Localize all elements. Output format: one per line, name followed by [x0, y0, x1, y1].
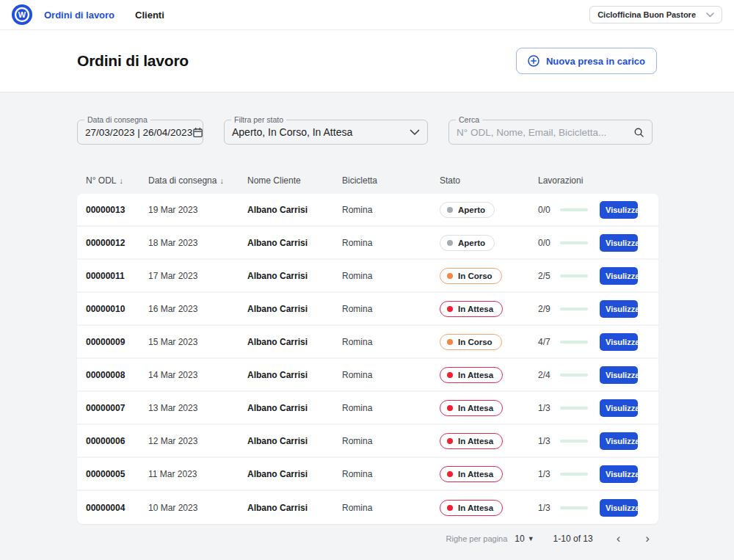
- view-button[interactable]: Visulizza: [600, 432, 638, 450]
- works-cell: 0/0: [538, 238, 600, 248]
- new-intake-button[interactable]: Nuova presa in carico: [516, 48, 657, 74]
- table-header-row: N° ODL ↓ Data di consegna ↓ Nome Cliente…: [77, 175, 658, 186]
- search-input[interactable]: [457, 127, 622, 138]
- top-navigation-bar: W Ordini di lavoro Clienti Ciclofficina …: [0, 0, 734, 30]
- column-header-delivery-date[interactable]: Data di consegna ↓: [148, 175, 247, 186]
- app-logo-icon[interactable]: W: [12, 4, 32, 25]
- works-count: 2/5: [538, 271, 553, 281]
- status-badge: In Attesa: [440, 400, 503, 416]
- delivery-date-field-label: Data di consegna: [84, 115, 150, 124]
- client-name-cell: Albano Carrisi: [247, 469, 342, 479]
- status-badge: Aperto: [440, 202, 495, 218]
- works-count: 2/4: [538, 370, 553, 380]
- status-dot-icon: [447, 207, 453, 213]
- status-cell: In Attesa: [440, 500, 538, 516]
- view-button[interactable]: Visulizza: [600, 201, 638, 219]
- works-cell: 1/3: [538, 403, 600, 413]
- delivery-date-cell: 12 Mar 2023: [148, 436, 247, 446]
- nav-item-clienti[interactable]: Clienti: [135, 10, 164, 21]
- status-cell: Aperto: [440, 235, 538, 251]
- actions-cell: Visulizza: [600, 465, 647, 483]
- client-name-cell: Albano Carrisi: [247, 503, 342, 513]
- search-field[interactable]: Cerca: [448, 120, 653, 145]
- bicycle-cell: Romina: [342, 205, 440, 215]
- search-icon[interactable]: [633, 127, 644, 138]
- odl-number-cell: 00000006: [86, 436, 148, 446]
- rows-per-page-label: Righe per pagina: [446, 534, 508, 543]
- actions-cell: Visulizza: [600, 300, 647, 318]
- bicycle-cell: Romina: [342, 503, 440, 513]
- works-count: 1/3: [538, 503, 553, 513]
- page-header: Ordini di lavoro Nuova presa in carico: [0, 30, 734, 92]
- table-row: 00000012 18 Mar 2023 Albano Carrisi Romi…: [77, 227, 658, 260]
- delivery-date-cell: 10 Mar 2023: [148, 503, 247, 513]
- sort-desc-icon: ↓: [219, 176, 224, 185]
- table-row: 00000004 10 Mar 2023 Albano Carrisi Romi…: [77, 491, 658, 524]
- view-button[interactable]: Visulizza: [600, 234, 638, 252]
- status-dot-icon: [447, 372, 453, 378]
- view-button[interactable]: Visulizza: [600, 267, 638, 285]
- status-badge-label: In Attesa: [458, 305, 493, 313]
- rows-per-page-value: 10: [515, 534, 524, 544]
- svg-text:W: W: [18, 10, 26, 19]
- rows-per-page-select[interactable]: 10 ▼: [515, 534, 534, 544]
- status-badge: In Corso: [440, 334, 502, 350]
- odl-number-cell: 00000005: [86, 469, 148, 479]
- pagination-controls: ‹ ›: [617, 532, 650, 545]
- table-row: 00000013 19 Mar 2023 Albano Carrisi Romi…: [77, 194, 658, 227]
- table-row: 00000006 12 Mar 2023 Albano Carrisi Romi…: [77, 425, 658, 458]
- status-badge: In Attesa: [440, 367, 503, 383]
- delivery-date-range-field[interactable]: Data di consegna 27/03/2023 | 26/04/2023: [77, 120, 203, 145]
- view-button[interactable]: Visulizza: [600, 499, 638, 517]
- view-button[interactable]: Visulizza: [600, 300, 638, 318]
- odl-number-cell: 00000007: [86, 403, 148, 413]
- sort-desc-icon: ↓: [119, 176, 123, 185]
- column-header-odl[interactable]: N° ODL ↓: [86, 175, 148, 186]
- view-button[interactable]: Visulizza: [600, 333, 638, 351]
- workshop-selector[interactable]: Ciclofficina Buon Pastore: [589, 6, 722, 23]
- status-badge: In Corso: [440, 268, 502, 284]
- pagination-range: 1-10 of 13: [553, 534, 593, 544]
- odl-number-cell: 00000004: [86, 503, 148, 513]
- bicycle-cell: Romina: [342, 469, 440, 479]
- status-dot-icon: [447, 339, 453, 345]
- status-cell: In Corso: [440, 268, 538, 284]
- workshop-selector-label: Ciclofficina Buon Pastore: [597, 10, 696, 19]
- calendar-icon[interactable]: [192, 127, 203, 138]
- status-dot-icon: [447, 240, 453, 246]
- table-row: 00000005 11 Mar 2023 Albano Carrisi Romi…: [77, 458, 658, 491]
- odl-number-cell: 00000008: [86, 370, 148, 380]
- bicycle-cell: Romina: [342, 238, 440, 248]
- client-name-cell: Albano Carrisi: [247, 337, 342, 347]
- chevron-down-icon[interactable]: [410, 129, 420, 136]
- search-field-label: Cerca: [456, 115, 482, 124]
- status-cell: In Attesa: [440, 400, 538, 416]
- status-filter-value: Aperto, In Corso, In Attesa: [232, 126, 352, 138]
- status-badge: In Attesa: [440, 433, 503, 449]
- status-badge-label: Aperto: [458, 206, 485, 214]
- works-progress-bar: [560, 440, 588, 443]
- odl-number-cell: 00000011: [86, 271, 148, 281]
- view-button[interactable]: Visulizza: [600, 399, 638, 417]
- works-cell: 1/3: [538, 503, 600, 513]
- plus-circle-icon: [528, 55, 539, 67]
- next-page-button[interactable]: ›: [645, 532, 650, 545]
- status-badge-label: Aperto: [458, 239, 485, 247]
- status-dot-icon: [447, 306, 453, 312]
- delivery-date-cell: 18 Mar 2023: [148, 238, 247, 248]
- bicycle-cell: Romina: [342, 337, 440, 347]
- nav-item-ordini-di-lavoro[interactable]: Ordini di lavoro: [44, 10, 115, 21]
- column-header-status: Stato: [440, 175, 538, 186]
- works-count: 1/3: [538, 403, 553, 413]
- status-badge-label: In Attesa: [458, 404, 493, 412]
- status-filter-select[interactable]: Filtra per stato Aperto, In Corso, In At…: [224, 120, 428, 145]
- works-cell: 4/7: [538, 337, 600, 347]
- bicycle-cell: Romina: [342, 370, 440, 380]
- previous-page-button[interactable]: ‹: [617, 532, 621, 545]
- view-button[interactable]: Visulizza: [600, 465, 638, 483]
- status-dot-icon: [447, 438, 453, 444]
- column-header-client-name: Nome Cliente: [247, 175, 342, 186]
- client-name-cell: Albano Carrisi: [247, 403, 342, 413]
- view-button[interactable]: Visulizza: [600, 366, 638, 384]
- works-cell: 1/3: [538, 436, 600, 446]
